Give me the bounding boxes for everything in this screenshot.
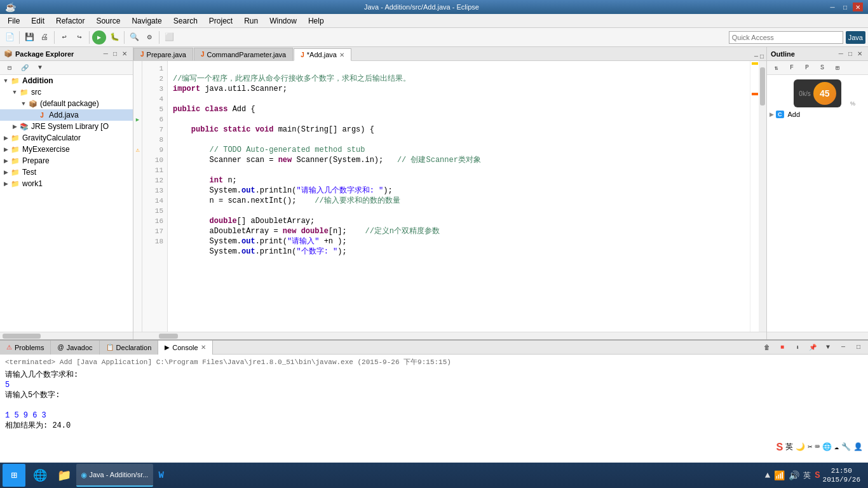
maximize-editor-btn[interactable]: □ [760,53,764,60]
explorer-hscrollbar[interactable] [0,332,133,339]
outline-item-add[interactable]: ▶ C Add [770,109,865,119]
tree-item-jre[interactable]: ▶ 📚 JRE System Library [O [0,121,133,132]
outline-sort-btn[interactable]: ⇅ [770,61,783,75]
console-stop-btn[interactable]: ■ [775,341,789,355]
menu-search[interactable]: Search [168,15,203,27]
tab-javadoc[interactable]: @ Javadoc [51,341,99,355]
outline-hide-nonpub-btn[interactable]: P [800,61,814,75]
ime-icon-7: 🔧 [841,442,851,452]
tab-command-param[interactable]: J CommandParameter.java [194,48,293,60]
start-button[interactable]: ⊞ [3,464,25,487]
javadoc-label: Javadoc [67,344,93,351]
taskbar-ie[interactable]: 🌐 [28,464,52,487]
menu-project[interactable]: Project [204,15,238,27]
console-clear-btn[interactable]: 🗑 [760,341,774,355]
outline-arrow-add: ▶ [770,111,774,118]
quick-access-input[interactable] [729,31,843,44]
editor-area: J Prepare.java J CommandParameter.java J… [133,47,766,339]
tree-item-work1[interactable]: ▶ 📁 work1 [0,178,133,189]
menu-navigate[interactable]: Navigate [126,15,166,27]
ime-icon-3: ✂ [808,442,812,452]
outline-maximize-btn[interactable]: □ [846,50,854,58]
console-pin-btn[interactable]: 📌 [806,341,820,355]
tab-add-java[interactable]: J *Add.java ✕ [294,48,351,61]
link-editor-btn[interactable]: 🔗 [18,61,32,75]
menu-file[interactable]: File [3,15,25,27]
tab-problems[interactable]: ⚠ Problems [0,341,51,355]
run-dropdown[interactable]: ▶ [92,30,106,44]
tree-item-default-pkg[interactable]: ▼ 📦 (default package) [0,98,133,109]
menu-help[interactable]: Help [303,15,329,27]
tree-item-test[interactable]: ▶ 📁 Test [0,166,133,178]
console-menu-btn[interactable]: ▼ [821,341,835,355]
search-button[interactable]: 🔍 [127,30,141,44]
close-button[interactable]: ✕ [853,3,863,11]
debug-button[interactable]: 🐛 [107,30,121,44]
scroll-thumb[interactable] [760,67,765,105]
tree-item-addition[interactable]: ▼ 📁 Addition [0,75,133,86]
save-button[interactable]: 💾 [22,30,36,44]
tray-volume[interactable]: 🔊 [789,470,799,481]
code-content[interactable]: //编写一个程序，此程序从命令行接收多个数字，求和之后输出结果。 import … [168,61,750,332]
explorer-menu-btn[interactable]: ▼ [33,61,47,75]
tree-item-src[interactable]: ▼ 📁 src [0,86,133,98]
menu-refactor[interactable]: Refactor [51,15,90,27]
tree-item-gravity[interactable]: ▶ 📁 GravityCalculator [0,132,133,144]
gutter-7 [133,125,142,135]
outline-hscrollbar[interactable] [767,332,868,339]
maximize-panel-btn[interactable]: □ [111,50,119,58]
outline-hide-static-btn[interactable]: S [815,61,829,75]
tray-ime-en[interactable]: 英 [803,470,811,481]
tab-prepare-java[interactable]: J Prepare.java [133,48,193,60]
console-scroll-btn[interactable]: ⬇ [790,341,804,355]
outline-close-btn[interactable]: ✕ [855,50,864,58]
tree-item-add-java[interactable]: J Add.java [0,109,133,121]
menu-run[interactable]: Run [239,15,263,27]
print-button[interactable]: 🖨 [37,30,51,44]
icon-gravity: 📁 [10,133,20,143]
menu-edit[interactable]: Edit [26,15,50,27]
collapse-all-btn[interactable]: ⊟ [3,61,17,75]
settings-button[interactable]: ⚙ [142,30,156,44]
tab-declaration[interactable]: 📋 Declaration [100,341,159,355]
perspective-button[interactable]: ⬜ [162,30,176,44]
tray-up-arrow[interactable]: ▲ [765,470,770,480]
editor-vscrollbar[interactable] [759,61,766,332]
maximize-button[interactable]: □ [840,3,850,11]
gutter-8 [133,135,142,145]
tree-item-prepare[interactable]: ▶ 📁 Prepare [0,155,133,166]
tab-close-add[interactable]: ✕ [339,51,344,58]
gutter-6: ▶ [133,114,142,125]
console-line-2: 5 [5,380,863,390]
console-minimize-btn[interactable]: ─ [836,341,850,355]
outline-minimize-btn[interactable]: ─ [837,50,845,58]
tray-time[interactable]: 21:50 2015/9/26 [823,466,860,485]
new-button[interactable]: 📄 [3,30,17,44]
taskbar-word[interactable]: W [153,464,168,487]
redo-button[interactable]: ↪ [72,30,86,44]
editor-gutter: ▶ ⚠ [133,61,142,332]
menu-source[interactable]: Source [91,15,125,27]
ime-icon-6: ☁ [834,442,839,452]
console-tab-close[interactable]: ✕ [201,344,206,351]
minimize-panel-btn[interactable]: ─ [102,50,110,58]
taskbar-explorer[interactable]: 📁 [52,464,76,487]
tab-console[interactable]: ▶ Console ✕ [158,341,212,355]
tray-sogou[interactable]: S [815,470,820,480]
tree-item-myex[interactable]: ▶ 📁 MyExexercise [0,144,133,155]
close-panel-btn[interactable]: ✕ [120,50,129,58]
minimize-button[interactable]: ─ [827,3,837,11]
console-label: Console [172,344,198,351]
console-maximize-btn[interactable]: □ [851,341,865,355]
declaration-icon: 📋 [106,344,114,351]
editor-hscrollbar[interactable] [133,332,766,339]
menu-window[interactable]: Window [264,15,302,27]
tray-network[interactable]: 📶 [774,470,785,481]
undo-button[interactable]: ↩ [57,30,71,44]
gutter-9: ⚠ [133,145,142,155]
outline-hide-fields-btn[interactable]: F [785,61,799,75]
outline-expand-btn[interactable]: ⊞ [831,61,844,75]
taskbar-eclipse[interactable]: ◉ Java - Addition/sr... [76,464,153,487]
progress-pct: % [850,100,855,107]
minimize-editor-btn[interactable]: ─ [754,53,758,60]
